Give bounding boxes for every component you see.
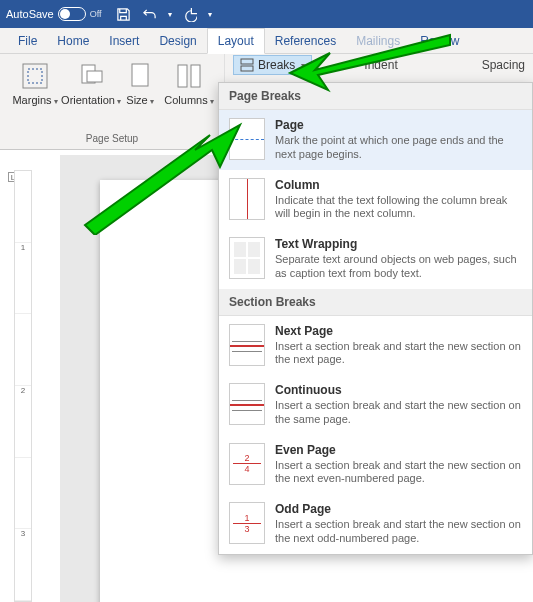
tab-insert[interactable]: Insert [99, 29, 149, 53]
indent-label: Indent [364, 58, 397, 72]
svg-rect-4 [132, 64, 148, 86]
section-header-page-breaks: Page Breaks [219, 83, 532, 110]
dropdown-title: Next Page [275, 324, 522, 338]
dropdown-title: Page [275, 118, 522, 132]
title-bar: AutoSave Off ▾ ▾ [0, 0, 533, 28]
svg-rect-3 [87, 71, 102, 82]
breaks-icon [240, 58, 254, 72]
dropdown-title: Continuous [275, 383, 522, 397]
dropdown-desc: Insert a section break and start the new… [275, 518, 522, 546]
next-page-icon [229, 324, 265, 366]
autosave-toggle[interactable]: AutoSave Off [6, 7, 102, 21]
tab-references[interactable]: References [265, 29, 346, 53]
ribbon-tabs: File Home Insert Design Layout Reference… [0, 28, 533, 54]
margins-button[interactable]: Margins▾ [8, 58, 62, 131]
svg-rect-1 [28, 69, 42, 83]
dropdown-title: Even Page [275, 443, 522, 457]
qat-customize-icon[interactable]: ▾ [208, 10, 212, 19]
svg-rect-8 [241, 66, 253, 71]
dropdown-title: Column [275, 178, 522, 192]
svg-rect-7 [241, 59, 253, 64]
dropdown-title: Text Wrapping [275, 237, 522, 251]
dropdown-item-column[interactable]: Column Indicate that the text following … [219, 170, 532, 230]
dropdown-desc: Insert a section break and start the new… [275, 459, 522, 487]
tab-mailings[interactable]: Mailings [346, 29, 410, 53]
size-icon [124, 60, 156, 92]
dropdown-desc: Insert a section break and start the new… [275, 340, 522, 368]
tab-layout[interactable]: Layout [207, 28, 265, 54]
breaks-button[interactable]: Breaks ▾ [233, 55, 312, 75]
chevron-down-icon: ▾ [301, 61, 305, 70]
quick-access-toolbar: ▾ ▾ [116, 6, 212, 22]
dropdown-title: Odd Page [275, 502, 522, 516]
save-icon[interactable] [116, 6, 132, 22]
orientation-button[interactable]: Orientation▾ [64, 58, 118, 131]
dropdown-desc: Insert a section break and start the new… [275, 399, 522, 427]
dropdown-item-odd-page[interactable]: 13 Odd Page Insert a section break and s… [219, 494, 532, 554]
dropdown-item-next-page[interactable]: Next Page Insert a section break and sta… [219, 316, 532, 376]
column-break-icon [229, 178, 265, 220]
vertical-ruler[interactable]: 123 [14, 170, 32, 602]
spacing-label: Spacing [482, 58, 525, 72]
svg-rect-5 [178, 65, 187, 87]
text-wrap-icon [229, 237, 265, 279]
breaks-dropdown: Page Breaks Page Mark the point at which… [218, 82, 533, 555]
odd-page-icon: 13 [229, 502, 265, 544]
dropdown-desc: Indicate that the text following the col… [275, 194, 522, 222]
columns-icon [173, 60, 205, 92]
even-page-icon: 24 [229, 443, 265, 485]
group-page-setup: Margins▾ Orientation▾ Size▾ Columns▾ Pag… [0, 54, 225, 149]
svg-rect-6 [191, 65, 200, 87]
dropdown-item-continuous[interactable]: Continuous Insert a section break and st… [219, 375, 532, 435]
tab-home[interactable]: Home [47, 29, 99, 53]
group-label-page-setup: Page Setup [86, 131, 138, 147]
orientation-icon [75, 60, 107, 92]
dropdown-item-even-page[interactable]: 24 Even Page Insert a section break and … [219, 435, 532, 495]
autosave-state: Off [90, 9, 102, 19]
dropdown-item-page[interactable]: Page Mark the point at which one page en… [219, 110, 532, 170]
page-break-icon [229, 118, 265, 160]
redo-icon[interactable] [182, 6, 198, 22]
undo-icon[interactable] [142, 6, 158, 22]
svg-rect-0 [23, 64, 47, 88]
dropdown-desc: Separate text around objects on web page… [275, 253, 522, 281]
paragraph-row: Breaks ▾ Indent Spacing [225, 54, 533, 76]
columns-button[interactable]: Columns▾ [162, 58, 216, 131]
margins-icon [19, 60, 51, 92]
continuous-icon [229, 383, 265, 425]
toggle-switch[interactable] [58, 7, 86, 21]
dropdown-item-text-wrapping[interactable]: Text Wrapping Separate text around objec… [219, 229, 532, 289]
dropdown-desc: Mark the point at which one page ends an… [275, 134, 522, 162]
section-header-section-breaks: Section Breaks [219, 289, 532, 316]
size-button[interactable]: Size▾ [120, 58, 160, 131]
tab-review[interactable]: Review [410, 29, 469, 53]
undo-caret-icon[interactable]: ▾ [168, 10, 172, 19]
tab-design[interactable]: Design [149, 29, 206, 53]
autosave-label: AutoSave [6, 8, 54, 20]
tab-file[interactable]: File [8, 29, 47, 53]
